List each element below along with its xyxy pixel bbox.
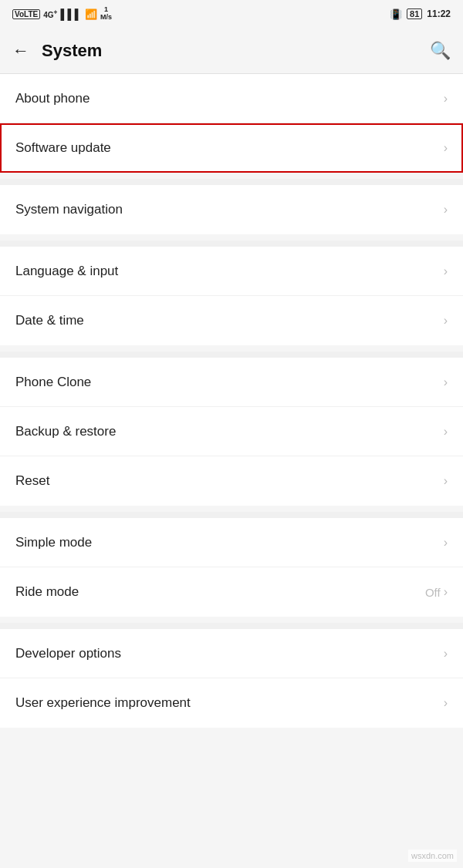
section-section1: About phone›Software update›: [0, 74, 463, 173]
chevron-icon: ›: [444, 264, 448, 278]
section-divider: [0, 241, 463, 247]
vibrate-icon: 📳: [390, 8, 402, 20]
chevron-icon: ›: [444, 696, 448, 710]
menu-item-label-ride-mode: Ride mode: [15, 584, 79, 600]
section-section3: Language & input›Date & time›: [0, 247, 463, 345]
menu-item-right-developer-options: ›: [444, 647, 448, 661]
menu-item-label-about-phone: About phone: [15, 91, 90, 106]
menu-item-right-software-update: ›: [444, 141, 448, 155]
menu-item-right-reset: ›: [444, 474, 448, 488]
chevron-icon: ›: [444, 536, 448, 550]
menu-item-right-about-phone: ›: [444, 92, 448, 106]
header-left: ← System: [12, 41, 102, 61]
menu-item-developer-options[interactable]: Developer options›: [0, 629, 463, 678]
page-title: System: [42, 41, 102, 61]
chevron-icon: ›: [444, 474, 448, 488]
menu-item-right-user-experience: ›: [444, 696, 448, 710]
section-divider: [0, 352, 463, 358]
section-section2: System navigation›: [0, 185, 463, 234]
section-section5: Simple mode›Ride modeOff›: [0, 518, 463, 617]
menu-item-label-backup-restore: Backup & restore: [15, 424, 116, 439]
chevron-icon: ›: [444, 585, 448, 599]
menu-item-reset[interactable]: Reset›: [0, 456, 463, 506]
chevron-icon: ›: [444, 375, 448, 389]
menu-item-language-input[interactable]: Language & input›: [0, 247, 463, 296]
status-left: VoLTE 4G+ ▌▌▌ 📶 1M/s: [12, 6, 112, 22]
menu-item-about-phone[interactable]: About phone›: [0, 74, 463, 123]
menu-item-software-update[interactable]: Software update›: [0, 123, 463, 173]
menu-item-phone-clone[interactable]: Phone Clone›: [0, 358, 463, 407]
section-section4: Phone Clone›Backup & restore›Reset›: [0, 358, 463, 506]
header: ← System 🔍: [0, 28, 463, 74]
chevron-icon: ›: [444, 203, 448, 217]
menu-item-backup-restore[interactable]: Backup & restore›: [0, 407, 463, 456]
section-section6: Developer options›User experience improv…: [0, 629, 463, 728]
menu-item-label-language-input: Language & input: [15, 264, 118, 279]
speed-label: 1M/s: [100, 6, 112, 22]
section-divider: [0, 512, 463, 518]
menu-item-label-phone-clone: Phone Clone: [15, 375, 91, 390]
volte-label: VoLTE: [12, 9, 40, 19]
menu-item-label-date-time: Date & time: [15, 313, 84, 328]
section-divider: [0, 623, 463, 629]
menu-item-system-navigation[interactable]: System navigation›: [0, 185, 463, 234]
status-right: 📳 81 11:22: [390, 8, 451, 20]
menu-item-simple-mode[interactable]: Simple mode›: [0, 518, 463, 567]
menu-item-right-simple-mode: ›: [444, 536, 448, 550]
chevron-icon: ›: [444, 141, 448, 155]
menu-item-right-date-time: ›: [444, 314, 448, 328]
chevron-icon: ›: [444, 647, 448, 661]
menu-item-right-system-navigation: ›: [444, 203, 448, 217]
menu-item-label-developer-options: Developer options: [15, 646, 121, 661]
status-bar: VoLTE 4G+ ▌▌▌ 📶 1M/s 📳 81 11:22: [0, 0, 463, 28]
menu-item-ride-mode[interactable]: Ride modeOff›: [0, 567, 463, 617]
menu-item-right-language-input: ›: [444, 264, 448, 278]
chevron-icon: ›: [444, 92, 448, 106]
menu-container: About phone›Software update›System navig…: [0, 74, 463, 728]
menu-item-right-ride-mode: Off›: [425, 585, 448, 599]
chevron-icon: ›: [444, 314, 448, 328]
network-label: 4G+: [43, 8, 57, 19]
menu-item-user-experience[interactable]: User experience improvement›: [0, 678, 463, 728]
back-button[interactable]: ←: [12, 41, 29, 61]
menu-item-label-user-experience: User experience improvement: [15, 695, 191, 711]
signal-bars: ▌▌▌: [60, 8, 82, 20]
battery-indicator: 81: [407, 8, 422, 19]
menu-item-label-software-update: Software update: [15, 140, 111, 156]
clock: 11:22: [427, 8, 451, 19]
menu-item-right-phone-clone: ›: [444, 375, 448, 389]
watermark: wsxdn.com: [408, 849, 457, 862]
menu-item-label-system-navigation: System navigation: [15, 202, 123, 217]
wifi-icon: 📶: [85, 8, 97, 20]
menu-item-right-backup-restore: ›: [444, 425, 448, 439]
search-button[interactable]: 🔍: [430, 41, 451, 61]
section-divider: [0, 179, 463, 185]
chevron-icon: ›: [444, 425, 448, 439]
menu-item-date-time[interactable]: Date & time›: [0, 296, 463, 345]
ride-mode-off-label: Off: [425, 586, 441, 599]
menu-item-label-reset: Reset: [15, 473, 49, 489]
menu-item-label-simple-mode: Simple mode: [15, 535, 92, 550]
